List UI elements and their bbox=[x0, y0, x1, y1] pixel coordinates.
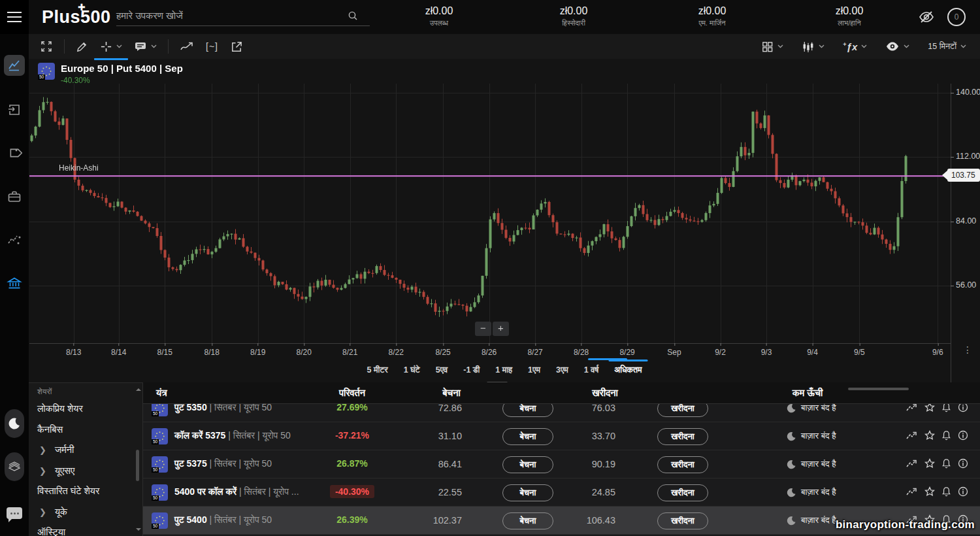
stat-equity-value: zł0.00 bbox=[528, 5, 619, 17]
sidebar-positions-icon[interactable] bbox=[7, 102, 22, 118]
instrument-search-input[interactable]: हमारे उपकरण खोजें bbox=[116, 5, 370, 26]
top-header: Plus500 ✚ हमारे उपकरण खोजें zł0.00 उपलब्… bbox=[0, 0, 980, 34]
analysis-trend-icon[interactable] bbox=[906, 487, 918, 497]
funds-cash-icon[interactable] bbox=[5, 452, 24, 481]
watchlist-star-icon[interactable] bbox=[924, 430, 935, 441]
layout-grid-button[interactable] bbox=[757, 37, 788, 56]
category-scrollbar[interactable] bbox=[135, 384, 141, 535]
interval-button[interactable]: 1 माह bbox=[489, 363, 518, 378]
interval-button[interactable]: 1एम bbox=[522, 363, 546, 378]
interval-button[interactable]: 3एम bbox=[550, 363, 574, 378]
search-placeholder: हमारे उपकरण खोजें bbox=[116, 10, 183, 22]
theme-toggle-moon-icon[interactable] bbox=[5, 409, 24, 438]
buy-button[interactable]: खरीदना bbox=[657, 456, 708, 473]
hamburger-menu-button[interactable] bbox=[0, 0, 29, 34]
time-tick-label: 8/25 bbox=[435, 348, 450, 357]
sell-button[interactable]: बेचना bbox=[502, 512, 553, 529]
interval-button[interactable]: 1 वर्ष bbox=[578, 363, 605, 378]
buy-button[interactable]: खरीदना bbox=[657, 428, 708, 445]
grid-layout-icon bbox=[761, 41, 774, 53]
category-item[interactable]: लोकप्रिय शेयर bbox=[29, 399, 142, 420]
table-hscrollbar-thumb[interactable] bbox=[848, 388, 909, 390]
stat-available-label: उपलब्ध bbox=[393, 19, 485, 27]
annotation-icon bbox=[134, 41, 147, 52]
table-row[interactable]: 50 पुट 5375 | सितंबर | यूरोप 50 26.87% 8… bbox=[143, 450, 980, 478]
alert-bell-icon[interactable] bbox=[941, 430, 951, 441]
visibility-button[interactable] bbox=[881, 38, 914, 55]
sell-button[interactable]: बेचना bbox=[502, 484, 553, 501]
zoom-out-button[interactable]: − bbox=[475, 322, 491, 336]
sell-button[interactable]: बेचना bbox=[502, 456, 553, 473]
buy-button[interactable]: खरीदना bbox=[657, 484, 708, 501]
time-tick-label: 8/27 bbox=[527, 348, 542, 357]
stat-margin-value: zł0.00 bbox=[666, 5, 758, 17]
time-tick-label: 8/18 bbox=[204, 348, 219, 357]
sell-button[interactable]: बेचना bbox=[502, 428, 553, 445]
instrument-badge: 50 bbox=[152, 411, 159, 417]
candlestick-chart[interactable] bbox=[29, 84, 951, 343]
instrument-badge: 50 bbox=[152, 467, 159, 473]
buy-price: 90.19 bbox=[551, 459, 615, 469]
interval-button[interactable]: 5एव bbox=[430, 363, 454, 378]
indicators-button[interactable]: +ƒx bbox=[838, 38, 872, 56]
pattern-tool-icon: [~] bbox=[206, 41, 218, 52]
privacy-eye-off-icon[interactable] bbox=[917, 9, 937, 26]
interval-button[interactable]: अधिकतम bbox=[608, 363, 647, 378]
annotation-tool-button[interactable] bbox=[129, 37, 161, 56]
interval-button[interactable]: -1 डी bbox=[457, 363, 485, 378]
sidebar-trade-chart-icon[interactable] bbox=[4, 55, 25, 76]
sell-price: 72.86 bbox=[398, 403, 462, 413]
chart-type-button[interactable] bbox=[797, 37, 829, 56]
scrollbar-thumb[interactable] bbox=[136, 450, 139, 481]
time-tick-label: 8/13 bbox=[66, 348, 81, 357]
info-icon[interactable] bbox=[958, 430, 968, 441]
alert-bell-icon[interactable] bbox=[941, 458, 951, 469]
support-chat-icon[interactable] bbox=[7, 507, 22, 519]
crosshair-tool-button[interactable] bbox=[95, 37, 127, 56]
axis-options-kebab-icon[interactable]: ⋮ bbox=[963, 345, 972, 354]
timeframe-selector[interactable]: 15 मिनटों bbox=[923, 39, 971, 55]
table-row[interactable]: 50 5400 पर कॉल करें | सितंबर | यूरोप ...… bbox=[143, 478, 980, 507]
table-row[interactable]: 50 कॉल करें 5375 | सितंबर | यूरोप 50 -37… bbox=[143, 422, 980, 450]
europe50-flag-icon: 50 bbox=[152, 428, 168, 444]
watchlist-star-icon[interactable] bbox=[924, 458, 935, 469]
sidebar-portfolio-icon[interactable] bbox=[7, 189, 22, 205]
interval-button[interactable]: 5 मीटर bbox=[361, 363, 394, 378]
zoom-in-button[interactable]: + bbox=[493, 322, 509, 336]
time-tick-label: 9/3 bbox=[761, 348, 772, 357]
pop-out-chart-button[interactable] bbox=[225, 37, 247, 56]
instrument-suffix: | सितंबर | यूरोप 50 bbox=[228, 430, 291, 441]
category-item[interactable]: ऑस्ट्रिया bbox=[29, 522, 142, 536]
sidebar-bank-icon[interactable] bbox=[7, 276, 22, 292]
timeframe-label: 15 मिनटों bbox=[928, 42, 956, 52]
chart-instrument-header: 50 Europe 50 | Put 5400 | Sep -40.30% bbox=[38, 63, 183, 85]
table-header: यंत्र परिवर्तन बेचना खरीदना कम ऊँची bbox=[143, 382, 980, 404]
interval-button[interactable]: 1 घंटे bbox=[398, 363, 426, 378]
sidebar-tag-icon[interactable] bbox=[7, 145, 22, 161]
category-item[interactable]: ❯यूएसए bbox=[29, 461, 142, 482]
info-icon[interactable] bbox=[958, 458, 968, 469]
scroll-up-arrow-icon[interactable] bbox=[136, 386, 141, 391]
trend-line-tool-button[interactable] bbox=[175, 37, 199, 56]
analysis-trend-icon[interactable] bbox=[906, 431, 918, 441]
market-closed-moon-icon bbox=[787, 516, 796, 526]
alert-bell-icon[interactable] bbox=[941, 486, 951, 497]
info-icon[interactable] bbox=[958, 486, 968, 497]
sidebar-analysis-icon[interactable] bbox=[7, 233, 22, 248]
category-item[interactable]: ❯यूके bbox=[29, 502, 142, 523]
row-actions bbox=[906, 486, 968, 497]
category-item[interactable]: कैनबिस bbox=[29, 420, 142, 441]
category-item[interactable]: विस्तारित घंटे शेयर bbox=[29, 481, 142, 502]
pattern-tool-button[interactable]: [~] bbox=[201, 38, 223, 55]
notifications-badge[interactable]: 0 bbox=[947, 8, 966, 26]
buy-price: 24.85 bbox=[551, 487, 615, 497]
fullscreen-button[interactable] bbox=[35, 37, 57, 56]
draw-tool-button[interactable] bbox=[71, 37, 93, 56]
watchlist-star-icon[interactable] bbox=[924, 486, 935, 497]
buy-button[interactable]: खरीदना bbox=[657, 512, 708, 529]
category-sidebar: शेयरों लोकप्रिय शेयरकैनबिस❯जर्मनी❯यूएसएव… bbox=[29, 383, 142, 536]
scroll-down-arrow-icon[interactable] bbox=[136, 528, 141, 533]
analysis-trend-icon[interactable] bbox=[906, 459, 918, 469]
category-item[interactable]: ❯जर्मनी bbox=[29, 440, 142, 461]
crosshair-icon bbox=[100, 41, 112, 53]
